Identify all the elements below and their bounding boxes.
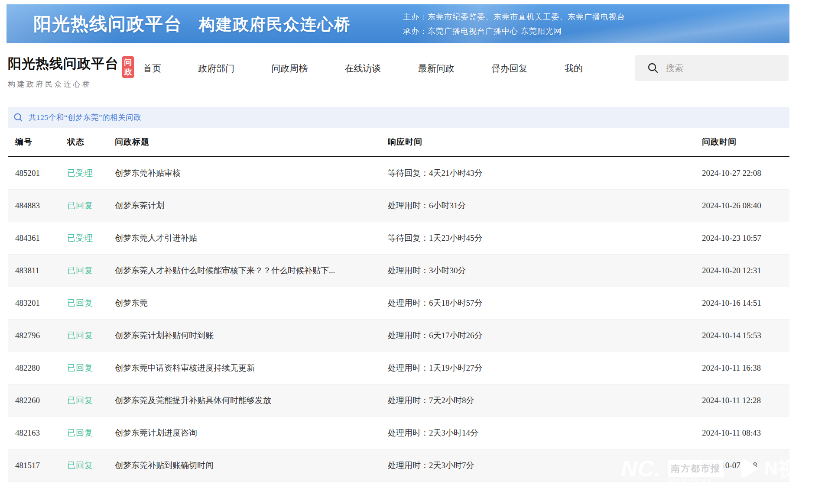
row-response-time: 等待回复：4天21小时43分: [388, 168, 702, 179]
col-header-response-time: 响应时间: [388, 136, 702, 148]
banner-title-row: 阳光热线问政平台 构建政府民众连心桥: [6, 12, 351, 36]
row-response-time: 处理用时：2天3小时14分: [388, 427, 702, 439]
row-id: 483201: [15, 298, 67, 308]
result-bar: 共125个和“创梦东莞”的相关问政: [8, 107, 789, 128]
watermark: NC. 南方都市报 做中国一流智媒 N视频: [621, 455, 816, 482]
row-title-link[interactable]: 创梦东莞计划补贴何时到账: [115, 330, 388, 341]
row-inquiry-time: 2024-10-26 08:40: [702, 201, 789, 210]
row-inquiry-time: 2024-10-11 16:38: [702, 363, 789, 373]
row-response-time: 处理用时：6天17小时26分: [388, 330, 702, 341]
row-status-badge: 已受理: [67, 233, 115, 244]
row-title-link[interactable]: 创梦东莞人才补贴什么时候能审核下来？？什么时候补贴下...: [115, 265, 388, 276]
nvideo-label: N视频: [764, 456, 816, 481]
row-id: 484361: [15, 233, 67, 243]
badge-char-2: 政: [124, 67, 132, 77]
row-title-link[interactable]: 创梦东莞计划进度咨询: [115, 427, 388, 439]
result-count-text: 共125个和“创梦东莞”的相关问政: [29, 112, 141, 123]
nav-item-weekly-ranking[interactable]: 问政周榜: [271, 62, 308, 74]
table-row[interactable]: 482163 已回复 创梦东莞计划进度咨询 处理用时：2天3小时14分 2024…: [8, 417, 789, 449]
row-title-link[interactable]: 创梦东莞及莞能提升补贴具体何时能够发放: [115, 395, 388, 406]
row-response-time: 处理用时：3小时30分: [388, 265, 702, 276]
row-response-time: 处理用时：6小时31分: [388, 200, 702, 211]
result-search-icon: [13, 113, 23, 123]
row-id: 485201: [15, 168, 67, 178]
badge-char-1: 问: [124, 58, 132, 67]
col-header-status: 状态: [67, 136, 115, 148]
row-status-badge: 已回复: [67, 330, 115, 341]
row-response-time: 等待回复：1天23小时45分: [388, 233, 702, 244]
nandu-paper-badge: 南方都市报 做中国一流智媒: [668, 460, 724, 477]
logo-top: 阳光热线问政平台 问 政: [8, 56, 134, 78]
banner-undertaker-line: 承办：东莞广播电视台广播中心 东莞阳光网: [403, 24, 625, 39]
table-body: 485201 已受理 创梦东莞补贴审核 等待回复：4天21小时43分 2024-…: [8, 157, 789, 482]
nav-item-gov-departments[interactable]: 政府部门: [198, 62, 234, 74]
banner-host-line: 主办：东莞市纪委监委、东莞市直机关工委、东莞广播电视台: [403, 10, 625, 24]
row-inquiry-time: 2024-10-14 15:53: [702, 331, 789, 340]
row-id: 482260: [15, 396, 67, 405]
row-inquiry-time: 2024-10-11 08:43: [702, 428, 789, 438]
row-id: 482796: [15, 331, 67, 340]
table-row[interactable]: 483811 已回复 创梦东莞人才补贴什么时候能审核下来？？什么时候补贴下...…: [8, 255, 789, 287]
row-inquiry-time: 2024-10-11 12:28: [702, 396, 789, 405]
banner-slogan: 构建政府民众连心桥: [199, 14, 351, 36]
row-id: 482280: [15, 363, 67, 373]
page: 阳光热线问政平台 构建政府民众连心桥 主办：东莞市纪委监委、东莞市直机关工委、东…: [0, 0, 825, 504]
search-icon: [647, 62, 659, 74]
row-title-link[interactable]: 创梦东莞计划: [115, 200, 388, 211]
main-nav: 首页 政府部门 问政周榜 在线访谈 最新问政 督办回复 我的: [143, 43, 583, 93]
logo-title: 阳光热线问政平台: [8, 56, 119, 71]
logo-subtitle: 构建政府民众连心桥: [8, 79, 134, 89]
row-title-link[interactable]: 创梦东莞: [115, 297, 388, 309]
nav-item-supervised-replies[interactable]: 督办回复: [491, 62, 528, 74]
top-banner: 阳光热线问政平台 构建政府民众连心桥 主办：东莞市纪委监委、东莞市直机关工委、东…: [6, 4, 789, 43]
nav-item-mine[interactable]: 我的: [565, 62, 583, 74]
row-id: 481517: [15, 461, 67, 470]
inquiry-table: 编号 状态 问政标题 响应时间 问政时间 485201 已受理 创梦东莞补贴审核…: [8, 128, 789, 482]
banner-title: 阳光热线问政平台: [33, 12, 182, 36]
row-title-link[interactable]: 创梦东莞人才引进补贴: [115, 233, 388, 244]
row-id: 482163: [15, 428, 67, 438]
col-header-id: 编号: [15, 136, 67, 148]
nandu-paper-tagline: 做中国一流智媒: [669, 478, 715, 484]
table-row[interactable]: 483201 已回复 创梦东莞 处理用时：6天18小时57分 2024-10-1…: [8, 287, 789, 320]
table-row[interactable]: 484883 已回复 创梦东莞计划 处理用时：6小时31分 2024-10-26…: [8, 190, 789, 222]
banner-organizers: 主办：东莞市纪委监委、东莞市直机关工委、东莞广播电视台 承办：东莞广播电视台广播…: [403, 10, 625, 39]
nav-item-online-interview[interactable]: 在线访谈: [344, 62, 381, 74]
search-input[interactable]: [665, 63, 780, 74]
table-row[interactable]: 482280 已回复 创梦东莞申请资料审核进度持续无更新 处理用时：1天19小时…: [8, 352, 789, 384]
col-header-title: 问政标题: [115, 136, 388, 148]
row-title-link[interactable]: 创梦东莞补贴到账确切时间: [115, 460, 388, 471]
row-status-badge: 已回复: [67, 297, 115, 309]
site-logo[interactable]: 阳光热线问政平台 问 政 构建政府民众连心桥: [8, 56, 134, 89]
row-status-badge: 已回复: [67, 362, 115, 374]
row-title-link[interactable]: 创梦东莞申请资料审核进度持续无更新: [115, 362, 388, 374]
row-inquiry-time: 2024-10-27 22:08: [702, 168, 789, 178]
table-row[interactable]: 484361 已受理 创梦东莞人才引进补贴 等待回复：1天23小时45分 202…: [8, 222, 789, 255]
row-inquiry-time: 2024-10-23 10:57: [702, 233, 789, 243]
nandu-paper-name: 南方都市报: [671, 462, 721, 475]
row-inquiry-time: 2024-10-16 14:51: [702, 298, 789, 308]
nandu-nc-logo: NC.: [621, 456, 661, 481]
table-header-row: 编号 状态 问政标题 响应时间 问政时间: [8, 128, 789, 157]
wenzheng-badge: 问 政: [122, 56, 134, 78]
row-response-time: 处理用时：1天19小时27分: [388, 362, 702, 374]
row-id: 483811: [15, 266, 67, 275]
nvideo-play-icon: [736, 456, 761, 481]
row-status-badge: 已回复: [67, 460, 115, 471]
nav-item-latest-inquiries[interactable]: 最新问政: [418, 62, 455, 74]
table-row[interactable]: 485201 已受理 创梦东莞补贴审核 等待回复：4天21小时43分 2024-…: [8, 157, 789, 190]
table-row[interactable]: 482260 已回复 创梦东莞及莞能提升补贴具体何时能够发放 处理用时：7天2小…: [8, 384, 789, 417]
col-header-inquiry-time: 问政时间: [702, 136, 789, 148]
nav-bar: 阳光热线问政平台 问 政 构建政府民众连心桥 首页 政府部门 问政周榜 在线访谈…: [0, 43, 825, 93]
row-id: 484883: [15, 201, 67, 210]
row-title-link[interactable]: 创梦东莞补贴审核: [115, 168, 388, 179]
nav-item-home[interactable]: 首页: [143, 62, 161, 74]
row-status-badge: 已回复: [67, 265, 115, 276]
row-status-badge: 已回复: [67, 395, 115, 406]
search-box[interactable]: [635, 55, 789, 81]
row-inquiry-time: 2024-10-20 12:31: [702, 266, 789, 275]
row-response-time: 处理用时：7天2小时8分: [388, 395, 702, 406]
row-status-badge: 已受理: [67, 168, 115, 179]
table-row[interactable]: 482796 已回复 创梦东莞计划补贴何时到账 处理用时：6天17小时26分 2…: [8, 320, 789, 352]
row-status-badge: 已回复: [67, 427, 115, 439]
